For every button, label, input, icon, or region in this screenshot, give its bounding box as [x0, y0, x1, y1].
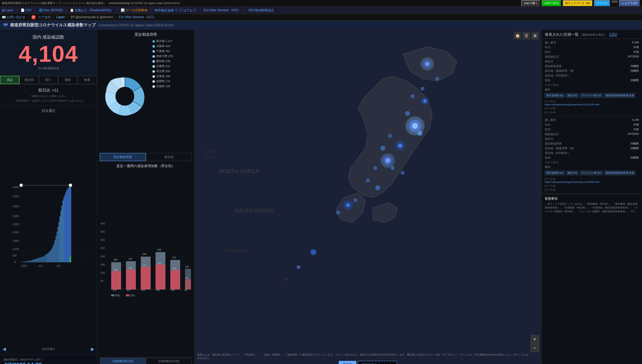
nav-geojson[interactable]: 🌐 Geo.JSON(B) [39, 8, 63, 12]
svg-point-151 [398, 144, 402, 148]
case-field-status: ステータス [545, 83, 639, 87]
svg-point-179 [420, 57, 434, 71]
svg-rect-26 [27, 261, 28, 262]
nav-secret[interactable]: 制作秘話:論産 ⓘ ⓘ はてな ⓘ [155, 8, 197, 13]
case-source1-link-2[interactable]: https://ryukyushimpo.jp/news/entry-11032… [545, 181, 639, 183]
right-panel[interactable]: 発表された症例一覧 （最新300件を表示） CSV 通し番号 4,106 年代 … [542, 29, 642, 364]
pie-chart-svg [101, 73, 148, 120]
svg-text:Korea: Korea [204, 150, 215, 154]
legend-label-kanagawa: 神奈川県 276 [156, 54, 173, 58]
svg-rect-33 [34, 259, 34, 262]
svg-text:4/7: 4/7 [184, 288, 188, 292]
map-tab-residence[interactable]: 居住地 [339, 361, 356, 364]
nav-readme[interactable]: 📋 定義など（Readme&FAQ） [70, 8, 114, 13]
nav-layer[interactable]: ▤ Layer [2, 8, 13, 12]
svg-rect-59 [60, 216, 60, 262]
case-field-age: 年代 不明 [545, 45, 639, 50]
pie-tab-prefecture[interactable]: 受診都道府県 [100, 153, 146, 161]
share-button[interactable]: シェア 1.6万 [619, 0, 640, 7]
svg-rect-24 [25, 261, 26, 262]
case-source1-link[interactable]: https://ryukyushimpo.jp/news/entry-11032… [545, 103, 639, 106]
svg-rect-23 [24, 261, 25, 262]
svg-text:170: 170 [128, 257, 132, 260]
legend-dot-kanagawa [152, 55, 155, 58]
zoom-out-button[interactable]: − [531, 344, 539, 352]
case-field-res-city: 居住地（市区町村） [545, 74, 639, 78]
nav-csv[interactable]: 📄 CSV [21, 8, 32, 12]
svg-point-171 [388, 134, 392, 138]
bar-tab-age[interactable]: 2)増加数(年代別) [146, 358, 192, 364]
pie-chart-area [100, 39, 150, 153]
case-field-res-city-2: 居住地（市区町村） [545, 151, 639, 155]
chart-nav-next[interactable]: ▶ [91, 346, 94, 351]
map-zoom-controls: + − [531, 335, 539, 352]
svg-text:250: 250 [100, 247, 105, 250]
svg-rect-68 [68, 187, 69, 262]
svg-text:1,000: 1,000 [12, 247, 19, 251]
nav-seminar[interactable]: Esri Web Seminar（4/22） [204, 8, 241, 13]
svg-rect-50 [51, 250, 51, 262]
pie-panel: 受診都道府県 [97, 29, 194, 161]
legend-dot-hyogo [152, 65, 155, 68]
legend-item-hyogo: 兵庫県 210 [152, 64, 192, 68]
tweet-button[interactable]: ツイート [594, 0, 610, 7]
svg-text:2,500: 2,500 [12, 223, 19, 226]
svg-text:64: 64 [186, 277, 188, 279]
english-link[interactable]: Layer [56, 15, 65, 19]
tag-charter-2: チャーター便 NO [580, 171, 602, 175]
svg-rect-49 [50, 251, 50, 262]
cases-csv-link[interactable]: CSV [609, 32, 617, 37]
case-field-bikou-2: 備号 [545, 165, 639, 169]
svg-text:166: 166 [114, 258, 117, 261]
map-home-button[interactable]: 🏠 [514, 32, 521, 40]
page-subtitle: Coronavirus COVID-19 Japan Case (2019-nC… [98, 23, 174, 27]
svg-rect-20 [21, 262, 22, 262]
contact-link[interactable]: 📧 お問い合わせ [2, 15, 25, 19]
svg-point-176 [296, 265, 300, 269]
care-link[interactable]: ケア会付 [38, 15, 51, 19]
tab-discharge[interactable]: 退院 [58, 76, 77, 84]
line-button[interactable]: LINEで送る [542, 0, 561, 7]
chart-nav-prev[interactable]: ◀ [3, 346, 6, 351]
svg-rect-31 [32, 260, 33, 262]
svg-text:4,500: 4,500 [12, 186, 19, 189]
daily-diff-panel: 前日比 +11 *各確給り込みとは連絡しません *「陽性判明日」を参照しており公… [0, 84, 97, 106]
nav-auto-reload[interactable]: 30分毎自動再読込 [248, 8, 274, 13]
svg-point-164 [405, 111, 410, 116]
zoom-in-button[interactable]: + [531, 335, 539, 343]
pie-tab-residence[interactable]: 居住地 [146, 153, 192, 161]
notes-section: 留意事項 ・本マップで症例としているのは、「国内事例（発症者）」「国内事例（無症… [542, 194, 642, 216]
bar-tab-gender[interactable]: 1)増加数(男女別) [100, 358, 146, 364]
svg-text:4/6: 4/6 [171, 288, 175, 292]
svg-text:4月: 4月 [113, 288, 117, 292]
nav-data[interactable]: 📊 データ活用事例 [121, 8, 147, 13]
case-field-confirmed-2: 感染確定日 4/7/2020 [545, 132, 639, 136]
map-grid-button[interactable]: ⊞ [531, 32, 539, 40]
svg-text:228: 228 [157, 248, 161, 251]
case-field-res-pref-2: 居住地（都道府県・国） 沖縄県 [545, 146, 639, 150]
svg-text:4/4: 4/4 [141, 288, 145, 292]
map-list-button[interactable]: ☰ [523, 32, 530, 40]
tab-asymptomatic[interactable]: 無症状 [19, 76, 39, 84]
svg-rect-28 [29, 261, 30, 262]
bi-button[interactable]: BIブックマーク 165 [563, 0, 593, 7]
pie-content: 東京都 1,117 大阪府 429 千葉県 281 神奈川県 276 [100, 39, 192, 153]
svg-rect-54 [55, 240, 55, 262]
cases-list-subtitle: （最新300件を表示） [580, 33, 607, 36]
case-field-announcement: 発表 沖縄県 [545, 78, 639, 82]
note-button[interactable]: noteで書く [521, 0, 540, 7]
svg-point-75 [69, 183, 72, 187]
top-nav: 都道府県別新型コロナウイルス感染者数マップ（ジャッグジャパン株式会社提供） - … [0, 0, 642, 7]
tab-test[interactable]: 検査 [77, 76, 97, 84]
svg-rect-46 [47, 254, 47, 262]
tab-death[interactable]: 死亡 [39, 76, 58, 84]
svg-rect-37 [38, 258, 39, 262]
map-tab-animation[interactable]: 発症日アニメーション [358, 361, 397, 364]
svg-text:100: 100 [100, 271, 105, 274]
pie-legend: 東京都 1,117 大阪府 429 千葉県 281 神奈川県 276 [152, 39, 192, 153]
legend-label-osaka: 大阪府 429 [156, 44, 170, 48]
esri-seminar-link[interactable]: Esri Web Seminar（4/22） [119, 15, 157, 19]
tab-infection[interactable]: 感染 [0, 76, 19, 84]
svg-point-163 [366, 178, 370, 182]
daily-diff-note1: *各確給り込みとは連絡しません [3, 94, 94, 98]
